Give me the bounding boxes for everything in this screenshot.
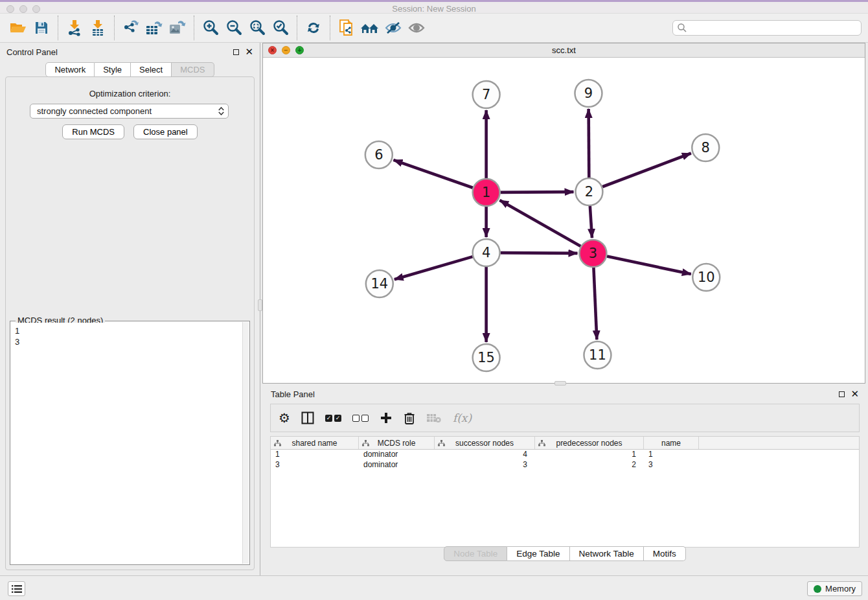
graph-node-label-6: 6 xyxy=(374,147,383,163)
column-label: name xyxy=(661,439,681,448)
table-toolbar: ⚙ ✓✓ f(x) xyxy=(270,404,860,432)
graph-edge-3-10[interactable] xyxy=(607,257,691,274)
column-settings-button[interactable]: ⚙ xyxy=(279,410,290,426)
deselect-all-button[interactable] xyxy=(352,410,369,426)
zoom-out-icon xyxy=(225,19,242,36)
zoom-fit-button[interactable] xyxy=(246,16,269,40)
close-panel-icon[interactable]: ✕ xyxy=(245,49,253,55)
export-image-button[interactable] xyxy=(166,16,189,40)
graph-edge-2-8[interactable] xyxy=(602,153,691,187)
save-session-button[interactable] xyxy=(30,16,53,40)
column-header-MCDS-role[interactable]: MCDS role xyxy=(359,437,435,449)
search-input[interactable] xyxy=(672,20,862,36)
checked-box-icon: ✓ xyxy=(325,415,332,422)
show-console-button[interactable] xyxy=(8,581,25,596)
hide-details-button[interactable] xyxy=(382,16,405,40)
tab-network[interactable]: Network xyxy=(45,62,95,77)
tab-motifs[interactable]: Motifs xyxy=(644,546,686,561)
zoom-selected-button[interactable] xyxy=(269,16,292,40)
clone-network-button[interactable] xyxy=(335,16,358,40)
graph-node-label-1: 1 xyxy=(482,185,490,200)
tab-network-table[interactable]: Network Table xyxy=(570,546,644,561)
column-header-predecessor-nodes[interactable]: predecessor nodes xyxy=(535,437,644,449)
optimization-criterion-select[interactable]: strongly connected component xyxy=(30,104,229,119)
graph-edge-1-2[interactable] xyxy=(501,192,574,192)
column-header-shared-name[interactable]: shared name xyxy=(271,437,359,449)
table-cell[interactable]: 1 xyxy=(535,450,644,460)
table-cell[interactable]: dominator xyxy=(359,450,435,460)
show-columns-button[interactable] xyxy=(301,410,314,426)
tab-mcds[interactable]: MCDS xyxy=(172,62,214,77)
memory-button[interactable]: Memory xyxy=(807,581,862,596)
table-cell[interactable]: 3 xyxy=(644,460,699,470)
import-table-button[interactable] xyxy=(86,16,109,40)
clone-network-icon xyxy=(338,19,355,37)
column-label: predecessor nodes xyxy=(556,439,622,448)
zoom-fit-icon xyxy=(249,19,266,36)
graph-node-label-11: 11 xyxy=(589,347,606,363)
export-network-icon xyxy=(122,19,139,36)
toolbar-separator xyxy=(194,16,194,40)
tab-edge-table[interactable]: Edge Table xyxy=(507,546,569,561)
column-header-name[interactable]: name xyxy=(644,437,699,449)
network-graph[interactable]: 7968124314101511 xyxy=(263,58,865,383)
graph-edge-3-1[interactable] xyxy=(499,200,580,246)
table-cell[interactable]: dominator xyxy=(359,460,435,470)
graph-node-label-10: 10 xyxy=(698,270,715,285)
float-table-panel-icon[interactable] xyxy=(839,391,845,397)
delete-table-icon xyxy=(426,413,442,423)
column-label: shared name xyxy=(291,439,337,448)
tab-node-table[interactable]: Node Table xyxy=(444,546,507,561)
select-all-button[interactable]: ✓✓ xyxy=(325,410,341,426)
zoom-out-button[interactable] xyxy=(222,16,246,40)
table-cell[interactable]: 4 xyxy=(435,450,535,460)
show-details-button[interactable] xyxy=(405,16,428,40)
close-table-panel-icon[interactable]: ✕ xyxy=(851,391,859,397)
result-scrollbar[interactable] xyxy=(242,322,249,564)
table-cell[interactable]: 3 xyxy=(435,460,535,470)
column-header-successor-nodes[interactable]: successor nodes xyxy=(435,437,535,449)
table-cell[interactable]: 1 xyxy=(271,450,359,460)
table-row[interactable]: 3dominator323 xyxy=(271,460,859,470)
vertical-splitter-handle[interactable] xyxy=(258,299,262,311)
delete-button[interactable] xyxy=(404,410,415,426)
mcds-result-list[interactable]: 1 3 xyxy=(11,323,242,564)
run-mcds-button[interactable]: Run MCDS xyxy=(62,124,124,139)
graph-edge-2-9[interactable] xyxy=(589,109,589,178)
table-row[interactable]: 1dominator411 xyxy=(271,450,859,460)
float-panel-icon[interactable] xyxy=(233,49,239,55)
main-toolbar xyxy=(0,14,868,43)
graph-edge-2-3[interactable] xyxy=(590,206,592,238)
zoom-in-button[interactable] xyxy=(199,16,222,40)
toolbar-separator xyxy=(114,16,115,40)
export-network-button[interactable] xyxy=(119,16,143,40)
toolbar-separator xyxy=(330,16,330,40)
zoom-in-icon xyxy=(202,19,219,36)
tab-select[interactable]: Select xyxy=(131,62,172,77)
home-networks-button[interactable] xyxy=(358,16,382,40)
graph-edge-3-11[interactable] xyxy=(593,268,597,340)
horizontal-splitter-handle[interactable] xyxy=(554,381,566,386)
graph-edge-1-6[interactable] xyxy=(393,160,472,188)
network-canvas[interactable]: 7968124314101511 xyxy=(263,58,865,383)
search-icon xyxy=(677,23,687,33)
refresh-layout-icon xyxy=(305,19,322,36)
checked-box-icon: ✓ xyxy=(334,415,341,422)
close-panel-button[interactable]: Close panel xyxy=(133,124,198,139)
control-panel: Control Panel ✕ NetworkStyleSelectMCDS O… xyxy=(0,43,260,575)
tab-style[interactable]: Style xyxy=(95,62,131,77)
zoom-selected-icon xyxy=(272,19,289,36)
table-cell[interactable]: 3 xyxy=(271,460,359,470)
table-cell[interactable]: 1 xyxy=(644,450,699,460)
table-cell[interactable]: 2 xyxy=(535,460,644,470)
add-row-button[interactable] xyxy=(380,410,393,426)
graph-edge-4-14[interactable] xyxy=(394,257,473,279)
table-panel-tabs: Node TableEdge TableNetwork TableMotifs xyxy=(262,546,868,561)
houses-icon xyxy=(360,20,380,36)
import-network-button[interactable] xyxy=(63,16,86,40)
graph-edge-4-3[interactable] xyxy=(501,253,578,253)
apply-layout-button[interactable] xyxy=(302,16,325,40)
network-window-titlebar[interactable]: × − + scc.txt xyxy=(263,43,865,58)
export-table-button[interactable] xyxy=(143,16,166,40)
open-session-button[interactable] xyxy=(6,16,30,40)
